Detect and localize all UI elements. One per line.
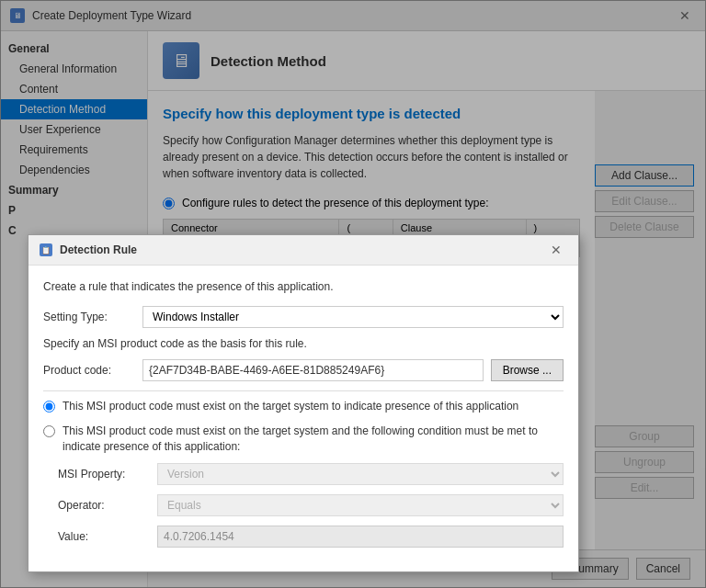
product-code-label: Product code: [43, 364, 135, 377]
msi-property-select[interactable]: Version [157, 463, 564, 485]
modal-title-left: 📋 Detection Rule [40, 243, 137, 256]
msi-property-label: MSI Property: [58, 468, 150, 481]
modal-description: Create a rule that indicates the presenc… [43, 280, 564, 293]
value-row: Value: [58, 526, 564, 548]
modal-close-button[interactable]: ✕ [545, 241, 567, 259]
radio2-row: This MSI product code must exist on the … [43, 424, 564, 455]
modal-icon: 📋 [40, 243, 52, 256]
modal-title: Detection Rule [60, 243, 137, 256]
product-code-row: Product code: Browse ... [43, 359, 564, 381]
operator-row: Operator: Equals [58, 494, 564, 516]
setting-type-label: Setting Type: [43, 311, 135, 323]
radio1-row: This MSI product code must exist on the … [43, 399, 564, 414]
msi-property-row: MSI Property: Version [58, 463, 564, 485]
product-code-input[interactable] [142, 359, 484, 381]
value-input[interactable] [157, 526, 564, 548]
setting-type-row: Setting Type: Windows Installer File Sys… [43, 306, 564, 328]
modal-overlay: 📋 Detection Rule ✕ Create a rule that in… [0, 0, 706, 588]
detection-rule-modal: 📋 Detection Rule ✕ Create a rule that in… [28, 234, 579, 572]
browse-button[interactable]: Browse ... [491, 359, 564, 381]
setting-type-select[interactable]: Windows Installer File System Registry [142, 306, 564, 328]
value-label: Value: [58, 530, 150, 543]
divider [43, 390, 564, 391]
radio1-input[interactable] [43, 401, 55, 413]
radio1-label: This MSI product code must exist on the … [63, 399, 518, 414]
msi-info-text: Specify an MSI product code as the basis… [43, 337, 564, 350]
operator-select[interactable]: Equals [157, 494, 564, 516]
operator-label: Operator: [58, 499, 150, 512]
radio2-label: This MSI product code must exist on the … [63, 424, 564, 455]
radio2-input[interactable] [43, 425, 55, 437]
modal-title-bar: 📋 Detection Rule ✕ [28, 235, 578, 266]
modal-body: Create a rule that indicates the presenc… [28, 266, 578, 571]
